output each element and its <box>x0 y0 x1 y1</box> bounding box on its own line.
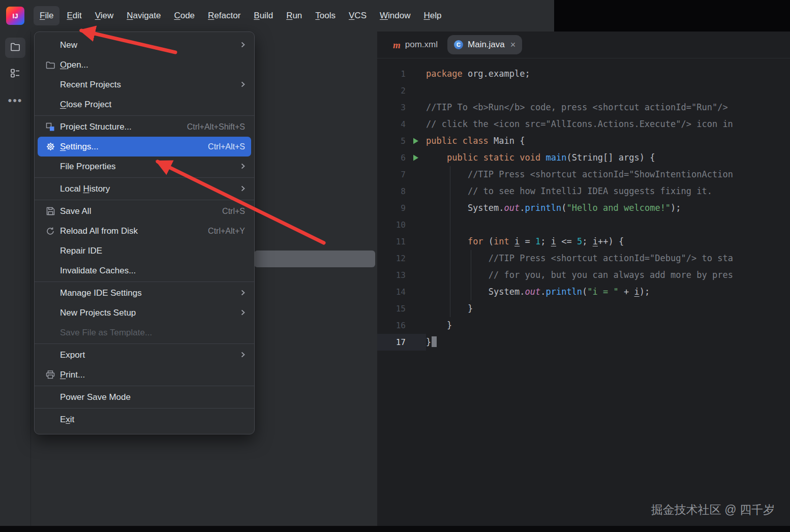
menu-item-label: Reload All from Disk <box>60 226 138 236</box>
code-text[interactable]: } <box>426 334 790 351</box>
gutter-spacer <box>406 334 426 351</box>
menubar-item-window[interactable]: Window <box>374 6 416 25</box>
code-line: 5public class Main { <box>377 133 790 149</box>
code-line: 10 <box>377 216 790 233</box>
code-text[interactable]: System.out.println("i = " + i); <box>426 284 790 300</box>
menubar-item-refactor[interactable]: Refactor <box>202 6 247 25</box>
code-text[interactable]: public class Main { <box>426 133 790 149</box>
tool-window-sidebar: ••• <box>0 32 31 526</box>
menu-separator <box>35 200 254 200</box>
save-icon <box>44 207 57 215</box>
menubar-item-build[interactable]: Build <box>248 6 279 25</box>
gutter-spacer <box>406 200 426 216</box>
menu-item-label: Open... <box>60 60 88 70</box>
menu-item-label: Manage IDE Settings <box>60 288 142 298</box>
code-text[interactable]: public static void main(String[] args) { <box>426 149 790 166</box>
line-number: 4 <box>377 116 406 133</box>
menu-item-new[interactable]: New <box>38 35 251 55</box>
shortcut-hint: Ctrl+Alt+Y <box>208 227 245 236</box>
code-text[interactable] <box>426 82 790 99</box>
menu-item-export[interactable]: Export <box>38 345 251 365</box>
menu-item-repair-ide[interactable]: Repair IDE <box>38 241 251 261</box>
menubar-item-tools[interactable]: Tools <box>309 6 342 25</box>
menu-item-label: Recent Projects <box>60 80 121 90</box>
code-text[interactable]: //TIP Press <shortcut actionId="Debug"/>… <box>426 250 790 267</box>
close-tab-icon[interactable]: × <box>510 40 516 49</box>
shortcut-hint: Ctrl+Alt+S <box>208 142 245 151</box>
menu-item-save-all[interactable]: Save AllCtrl+S <box>38 201 251 221</box>
code-area[interactable]: 1package org.example;23//TIP To <b>Run</… <box>377 58 790 351</box>
run-gutter-icon[interactable] <box>406 149 426 166</box>
code-text[interactable]: // for you, but you can always add more … <box>426 267 790 284</box>
menu-item-project-structure[interactable]: Project Structure...Ctrl+Alt+Shift+S <box>38 117 251 137</box>
tab-main-java[interactable]: CMain.java× <box>447 35 522 54</box>
menubar-item-code[interactable]: Code <box>168 6 201 25</box>
menubar-item-navigate[interactable]: Navigate <box>120 6 167 25</box>
menu-item-recent-projects[interactable]: Recent Projects <box>38 75 251 95</box>
submenu-arrow-icon <box>241 351 245 360</box>
menu-item-local-history[interactable]: Local History <box>38 179 251 199</box>
code-line: 13 // for you, but you can always add mo… <box>377 267 790 284</box>
line-number: 16 <box>377 317 406 334</box>
run-gutter-icon[interactable] <box>406 133 426 149</box>
folder-icon <box>44 61 57 69</box>
code-text[interactable]: // click the <icon src="AllIcons.Actions… <box>426 116 790 133</box>
menu-item-manage-ide-settings[interactable]: Manage IDE Settings <box>38 283 251 303</box>
line-number: 11 <box>377 233 406 250</box>
menu-item-open[interactable]: Open... <box>38 55 251 75</box>
menubar-item-view[interactable]: View <box>89 6 120 25</box>
menubar-item-file[interactable]: File <box>34 6 59 25</box>
tab-pom-xml[interactable]: mpom.xml <box>386 35 444 54</box>
line-number: 5 <box>377 133 406 149</box>
tool-button-structure[interactable] <box>5 64 25 84</box>
menu-item-file-properties[interactable]: File Properties <box>38 157 251 176</box>
menubar-item-edit[interactable]: Edit <box>60 6 87 25</box>
menu-item-save-file-as-template[interactable]: Save File as Template... <box>38 323 251 342</box>
menu-item-print[interactable]: Print... <box>38 365 251 385</box>
shortcut-hint: Ctrl+Alt+Shift+S <box>187 122 245 132</box>
menu-item-reload-all-from-disk[interactable]: Reload All from DiskCtrl+Alt+Y <box>38 221 251 241</box>
gear-icon <box>44 142 57 151</box>
menu-item-invalidate-caches[interactable]: Invalidate Caches... <box>38 261 251 280</box>
submenu-arrow-icon <box>241 41 245 50</box>
code-text[interactable]: for (int i = 1; i <= 5; i++) { <box>426 233 790 250</box>
code-text[interactable] <box>426 216 790 233</box>
gutter-spacer <box>406 317 426 334</box>
menu-separator <box>35 115 254 116</box>
line-number: 1 <box>377 66 406 82</box>
submenu-arrow-icon <box>241 308 245 318</box>
code-text[interactable]: //TIP To <b>Run</b> code, press <shortcu… <box>426 99 790 116</box>
tool-button-project[interactable] <box>5 38 25 58</box>
menubar-item-run[interactable]: Run <box>280 6 308 25</box>
code-text[interactable]: package org.example; <box>426 66 790 82</box>
code-text[interactable]: System.out.println("Hello and welcome!")… <box>426 200 790 216</box>
menu-item-close-project[interactable]: Close Project <box>38 95 251 114</box>
gutter-spacer <box>406 284 426 300</box>
line-number: 12 <box>377 250 406 267</box>
project-icon <box>10 42 20 53</box>
code-text[interactable]: } <box>426 317 790 334</box>
menu-separator <box>35 177 254 178</box>
maven-file-icon: m <box>393 40 401 50</box>
menubar-item-help[interactable]: Help <box>417 6 447 25</box>
indent-guide <box>450 166 450 317</box>
menubar-item-vcs[interactable]: VCS <box>343 6 373 25</box>
reload-icon <box>44 227 57 236</box>
menu-item-label: File Properties <box>60 162 116 172</box>
menu-separator <box>35 281 254 282</box>
java-class-icon: C <box>454 40 463 49</box>
code-line: 9 System.out.println("Hello and welcome!… <box>377 200 790 216</box>
menu-item-label: Export <box>60 350 85 360</box>
line-number: 13 <box>377 267 406 284</box>
tool-button-more[interactable]: ••• <box>5 90 25 111</box>
menu-item-settings[interactable]: Settings...Ctrl+Alt+S <box>38 137 251 157</box>
more-tools-icon: ••• <box>8 98 22 103</box>
code-text[interactable]: // to see how IntelliJ IDEA suggests fix… <box>426 183 790 200</box>
menu-item-exit[interactable]: Exit <box>38 410 251 429</box>
menu-item-new-projects-setup[interactable]: New Projects Setup <box>38 303 251 323</box>
menu-item-power-save-mode[interactable]: Power Save Mode <box>38 387 251 407</box>
line-number: 3 <box>377 99 406 116</box>
code-line: 6 public static void main(String[] args)… <box>377 149 790 166</box>
code-text[interactable]: } <box>426 300 790 317</box>
code-text[interactable]: //TIP Press <shortcut actionId="ShowInte… <box>426 166 790 183</box>
